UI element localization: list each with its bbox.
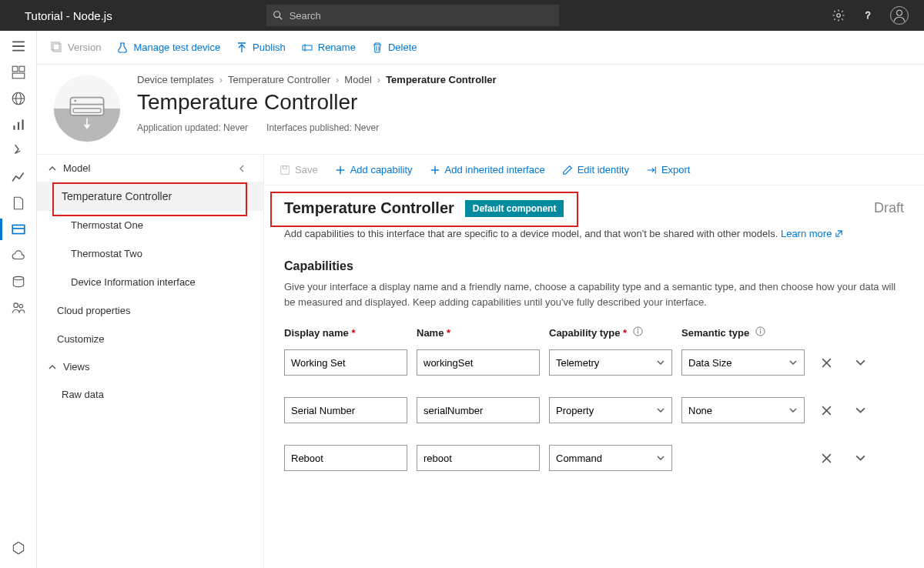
model-group[interactable]: Model [37, 155, 263, 182]
col-name: Name [417, 327, 450, 339]
globe-icon[interactable] [11, 91, 26, 106]
breadcrumb-item[interactable]: Device templates [137, 74, 214, 85]
expand-row-button[interactable] [848, 405, 872, 416]
capabilities-grid: Display name Name Capability type Semant… [284, 326, 904, 471]
semantic-type-select[interactable]: Data Size [681, 349, 805, 376]
default-component-badge: Default component [465, 200, 564, 217]
interfaces-published-label: Interfaces published: Never [266, 122, 379, 133]
version-button[interactable]: Version [51, 42, 101, 54]
expand-row-button[interactable] [848, 357, 872, 369]
learn-more-link[interactable]: Learn more [781, 228, 843, 239]
delete-button[interactable]: Delete [371, 42, 417, 54]
chevron-up-icon [48, 363, 57, 372]
cloud-icon[interactable] [11, 248, 26, 263]
capability-type-select[interactable]: Command [549, 445, 672, 471]
manage-test-device-button[interactable]: Manage test device [116, 42, 220, 54]
account-avatar[interactable] [890, 6, 909, 25]
breadcrumb-item[interactable]: Model [344, 74, 371, 85]
tree-item-cloud-properties[interactable]: Cloud properties [37, 296, 263, 325]
svg-point-39 [638, 329, 638, 329]
publish-button[interactable]: Publish [236, 42, 286, 54]
export-button[interactable]: Export [646, 164, 691, 175]
views-group[interactable]: Views [37, 353, 263, 380]
chevron-down-icon [788, 406, 798, 415]
col-semantic-type: Semantic type [681, 327, 749, 339]
add-inherited-button[interactable]: Add inherited interface [430, 164, 545, 175]
settings-icon[interactable] [832, 8, 845, 22]
file-icon[interactable] [11, 195, 26, 211]
page-title: Temperature Controller [137, 90, 497, 115]
tree-item-thermostat-two[interactable]: Thermostat Two [37, 239, 263, 268]
name-input[interactable] [417, 445, 540, 471]
svg-point-19 [19, 305, 22, 308]
remove-row-button[interactable] [814, 453, 839, 464]
expand-row-button[interactable] [848, 453, 872, 464]
semantic-type-select[interactable]: None [681, 397, 805, 423]
svg-rect-15 [12, 225, 25, 233]
detail-pane: Save Add capability Add inherited interf… [264, 155, 924, 568]
svg-rect-31 [281, 165, 290, 174]
tree-item-temperature-controller[interactable]: Temperature Controller [37, 182, 263, 211]
chevron-down-icon [788, 358, 798, 367]
analytics-icon[interactable] [11, 117, 26, 132]
breadcrumb: Device templates› Temperature Controller… [137, 74, 497, 85]
device-templates-icon[interactable] [11, 222, 26, 237]
search-box[interactable]: Search [266, 5, 559, 26]
rename-button[interactable]: Rename [301, 42, 356, 54]
edit-identity-button[interactable]: Edit identity [562, 164, 629, 175]
external-link-icon [835, 229, 843, 238]
remove-row-button[interactable] [814, 405, 839, 416]
help-icon[interactable]: ? [861, 8, 875, 22]
tree-item-thermostat-one[interactable]: Thermostat One [37, 211, 263, 239]
svg-point-42 [760, 329, 761, 329]
tree-item-raw-data[interactable]: Raw data [37, 380, 263, 409]
rules-icon[interactable] [11, 143, 26, 159]
name-input[interactable] [417, 349, 540, 376]
model-tree: Model Temperature Controller Thermostat … [37, 155, 264, 568]
svg-text:?: ? [865, 10, 871, 21]
tree-item-customize[interactable]: Customize [37, 325, 263, 353]
svg-point-0 [273, 12, 280, 18]
add-capability-button[interactable]: Add capability [335, 164, 413, 175]
top-header: Tutorial - Node.js Search ? [0, 0, 924, 31]
info-icon[interactable] [755, 326, 765, 336]
admin-icon[interactable] [11, 540, 26, 556]
interface-title: Temperature Controller [284, 199, 454, 217]
svg-rect-13 [17, 122, 18, 130]
capability-row: Command [284, 445, 904, 471]
device-icon [52, 74, 122, 143]
data-export-icon[interactable] [11, 274, 26, 289]
display-name-input[interactable] [284, 445, 407, 471]
capability-type-select[interactable]: Telemetry [549, 349, 672, 376]
breadcrumb-item[interactable]: Temperature Controller [228, 74, 330, 85]
display-name-input[interactable] [284, 349, 407, 376]
svg-point-28 [74, 100, 76, 102]
capability-type-select[interactable]: Property [549, 397, 672, 423]
chevron-left-icon[interactable] [237, 164, 246, 173]
col-display-name: Display name [284, 327, 356, 339]
chevron-down-icon [656, 358, 665, 367]
svg-marker-20 [13, 542, 23, 554]
remove-row-button[interactable] [814, 357, 839, 369]
chevron-down-icon [656, 453, 665, 463]
svg-rect-6 [12, 66, 18, 72]
tree-item-device-info[interactable]: Device Information interface [37, 268, 263, 296]
users-icon[interactable] [11, 300, 26, 316]
capabilities-description: Give your interface a display name and a… [284, 279, 900, 309]
name-input[interactable] [417, 397, 540, 423]
menu-icon[interactable] [11, 38, 26, 54]
breadcrumb-current: Temperature Controller [386, 74, 497, 85]
svg-point-5 [897, 10, 902, 15]
svg-rect-23 [303, 45, 312, 50]
svg-rect-32 [283, 165, 286, 169]
display-name-input[interactable] [284, 397, 407, 423]
svg-rect-8 [12, 73, 25, 79]
dashboard-icon[interactable] [11, 65, 26, 80]
info-icon[interactable] [633, 326, 643, 336]
page-header: Device templates› Temperature Controller… [37, 65, 924, 155]
col-capability-type: Capability type [549, 327, 627, 339]
chart-icon[interactable] [11, 169, 26, 185]
svg-point-17 [13, 276, 23, 279]
save-button[interactable]: Save [280, 164, 318, 175]
interface-description: Add capabilities to this interface that … [284, 228, 904, 239]
